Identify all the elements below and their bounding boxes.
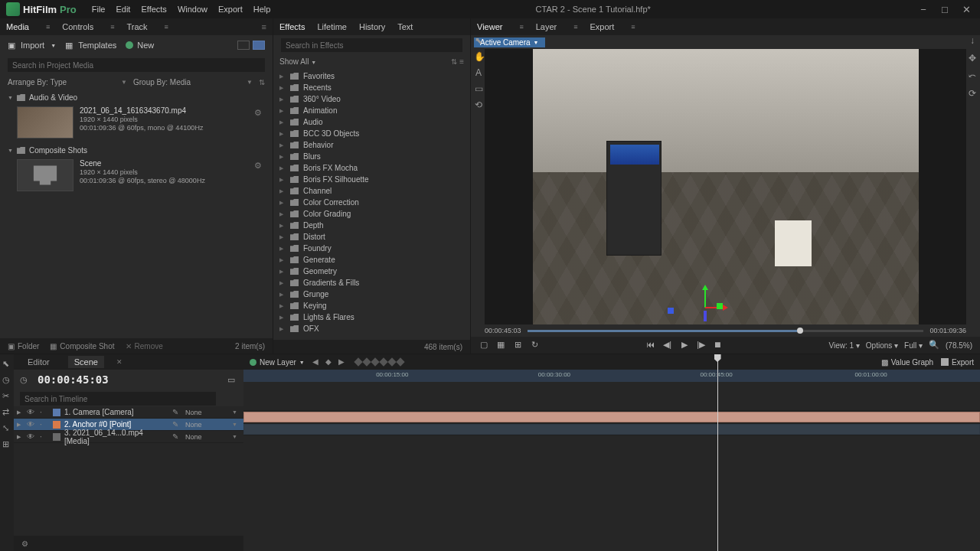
maximize-button[interactable]: □ [937, 4, 952, 15]
media-item[interactable]: 2021_06_14_1616343670.mp4 1920 × 1440 pi… [5, 103, 268, 142]
effects-category[interactable]: ▶BCC 3D Objects [278, 128, 466, 139]
scale-tool-icon[interactable]: ⟳ [968, 88, 978, 98]
effects-category[interactable]: ▶Favorites [278, 70, 466, 82]
effects-category[interactable]: ▶360° Video [278, 93, 466, 105]
timeline-export-button[interactable]: Export [941, 358, 974, 367]
text-tool-icon[interactable]: A [474, 67, 484, 77]
view-count-dropdown[interactable]: View: 1 ▾ [828, 341, 859, 350]
next-kf-icon[interactable]: ▶ [338, 357, 348, 367]
media-item[interactable]: Scene 1920 × 1440 pixels 00:01:09:36 @ 6… [5, 156, 268, 194]
tab-close-icon[interactable]: ≡ [631, 23, 635, 31]
solo-icon[interactable]: · [40, 408, 49, 417]
effects-category[interactable]: ▶Color Grading [278, 208, 466, 220]
layer-row[interactable]: ▶👁· 1. Camera [Camera] ✎ None▼ [14, 406, 243, 419]
gear-icon[interactable]: ⚙ [21, 540, 28, 548]
group-by-dropdown[interactable]: Group By: Media▼ [133, 78, 253, 86]
gear-icon[interactable]: ⚙ [254, 161, 263, 170]
minimize-button[interactable]: − [916, 4, 931, 15]
layer-color-swatch[interactable] [53, 409, 60, 416]
tab-history[interactable]: History [359, 22, 385, 31]
solo-icon[interactable]: · [40, 420, 49, 429]
goto-end-icon[interactable]: ⏹ [713, 340, 724, 350]
value-graph-toggle[interactable]: ▩ Value Graph [881, 358, 933, 367]
hand-tool-icon[interactable]: ✋ [474, 51, 484, 61]
layer-color-swatch[interactable] [53, 433, 60, 441]
import-button[interactable]: ▣Import▼ [8, 41, 56, 50]
tab-close-icon[interactable]: ≡ [165, 23, 168, 31]
clip[interactable] [243, 412, 980, 422]
effects-category[interactable]: ▶Keying [278, 300, 466, 311]
new-layer-button[interactable]: New Layer▼ [250, 358, 305, 367]
timeline-ruler[interactable]: 00:00:15:00 00:00:30:00 00:00:45:00 00:0… [243, 370, 980, 382]
quality-dropdown[interactable]: Full ▾ [904, 341, 923, 350]
track-row[interactable] [243, 411, 980, 423]
prev-frame-icon[interactable]: ◀| [662, 340, 673, 350]
grid-icon[interactable]: ▦ [495, 340, 506, 350]
prev-kf-icon[interactable]: ◀ [312, 357, 322, 367]
effects-category[interactable]: ▶Blurs [278, 151, 466, 162]
select-tool-icon[interactable]: ⬉ [2, 359, 12, 369]
tab-media[interactable]: Media [6, 22, 29, 31]
clock-icon[interactable]: ◷ [2, 375, 12, 385]
effects-category[interactable]: ▶OFX [278, 323, 466, 334]
move-tool-icon[interactable]: ✥ [968, 53, 978, 63]
track-row[interactable] [243, 423, 980, 435]
kf-diamond[interactable] [362, 357, 371, 366]
menu-edit[interactable]: Edit [116, 5, 130, 14]
effects-category[interactable]: ▶Boris FX Silhouette [278, 174, 466, 185]
kf-diamond[interactable] [354, 357, 362, 366]
arrange-by-dropdown[interactable]: Arrange By: Type▼ [8, 78, 127, 86]
folder-button[interactable]: ▣ Folder [8, 342, 39, 350]
tab-close-icon[interactable]: ≡ [519, 23, 523, 31]
rate-tool-icon[interactable]: ⤡ [2, 423, 12, 433]
mask-icon[interactable]: ▭ [227, 375, 237, 385]
tab-text[interactable]: Text [397, 22, 413, 31]
rotate-tool-icon[interactable]: ⤺ [968, 70, 978, 80]
track-row[interactable] [243, 399, 980, 411]
kf-diamond[interactable] [396, 357, 404, 366]
menu-export[interactable]: Export [218, 5, 243, 14]
zoom-level[interactable]: (78.5%) [946, 341, 972, 350]
add-kf-icon[interactable]: ◆ [325, 357, 335, 367]
tab-close-icon[interactable]: ≡ [573, 23, 577, 31]
menu-file[interactable]: File [92, 5, 106, 14]
timeline-time[interactable]: 00:00:45:03 [38, 373, 109, 386]
effects-category[interactable]: ▶Generate [278, 254, 466, 266]
kf-diamond[interactable] [371, 357, 379, 366]
remove-button[interactable]: ✕ Remove [126, 342, 163, 350]
view-list-button[interactable] [237, 41, 250, 50]
gear-icon[interactable]: ⚙ [254, 108, 263, 117]
effects-category[interactable]: ▶Behavior [278, 139, 466, 151]
tab-layer[interactable]: Layer [536, 22, 557, 31]
tab-close-icon[interactable]: ≡ [46, 23, 50, 31]
zoom-icon[interactable]: 🔍 [929, 340, 939, 350]
effects-category[interactable]: ▶Color Correction [278, 197, 466, 208]
kf-diamond[interactable] [387, 357, 396, 366]
snap-tool-icon[interactable]: ⊞ [2, 439, 12, 449]
kf-diamond[interactable] [379, 357, 387, 366]
view-grid-button[interactable] [253, 41, 265, 50]
edit-icon[interactable]: ✎ [172, 432, 181, 442]
menu-help[interactable]: Help [253, 5, 271, 14]
tab-track[interactable]: Track [126, 22, 147, 31]
mask-tool-icon[interactable]: ▭ [474, 83, 484, 93]
solo-icon[interactable]: · [40, 432, 49, 442]
slice-tool-icon[interactable]: ✂ [2, 391, 12, 401]
orbit-tool-icon[interactable]: ⟲ [474, 99, 484, 109]
show-all-dropdown[interactable]: Show All ▼ [279, 57, 316, 66]
close-button[interactable]: ✕ [959, 4, 974, 15]
tab-editor[interactable]: Editor [21, 356, 56, 368]
effects-category[interactable]: ▶Geometry [278, 266, 466, 277]
tab-controls[interactable]: Controls [62, 22, 93, 31]
effects-category[interactable]: ▶Audio [278, 116, 466, 128]
visibility-icon[interactable]: 👁 [27, 420, 36, 429]
menu-effects[interactable]: Effects [141, 5, 166, 14]
playhead[interactable] [717, 354, 718, 551]
layer-row[interactable]: ▶👁· 3. 2021_06_14...0.mp4 [Media] ✎ None… [14, 431, 243, 443]
panel-menu-icon[interactable]: ≡ [262, 22, 266, 31]
group-composite-shots[interactable]: ▼Composite Shots [5, 145, 268, 156]
clip[interactable] [243, 424, 980, 435]
loop-icon[interactable]: ↻ [529, 340, 540, 350]
visibility-icon[interactable]: 👁 [27, 432, 36, 442]
layer-parent-dropdown[interactable]: None [185, 433, 228, 441]
